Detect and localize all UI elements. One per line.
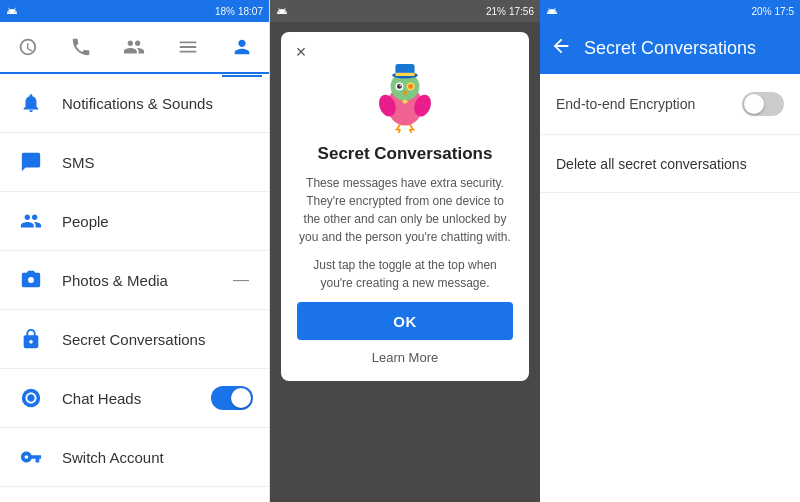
ok-button[interactable]: OK	[297, 302, 513, 340]
secret-item-delete[interactable]: Delete all secret conversations	[540, 135, 800, 193]
nav-people-icon[interactable]	[114, 27, 154, 67]
bell-icon	[16, 88, 46, 118]
key-icon	[16, 442, 46, 472]
back-button[interactable]	[550, 35, 572, 62]
svg-line-13	[397, 124, 400, 130]
sms-icon	[16, 147, 46, 177]
secret-item-e2e[interactable]: End-to-end Encryption	[540, 74, 800, 135]
battery-text-1: 18%	[215, 6, 235, 17]
settings-item-chatheads[interactable]: Chat Heads	[0, 369, 269, 428]
delete-label: Delete all secret conversations	[556, 156, 747, 172]
nav-profile-icon[interactable]	[222, 27, 262, 67]
modal-body2: Just tap the toggle at the top when you'…	[297, 256, 513, 292]
status-left-2	[276, 5, 288, 17]
bird-illustration	[365, 56, 445, 136]
settings-panel: 18% 18:07 Notifications & Sounds	[0, 0, 270, 502]
secret-content: End-to-end Encryption Delete all secret …	[540, 74, 800, 502]
e2e-label: End-to-end Encryption	[556, 96, 742, 112]
chatheads-toggle-switch[interactable]	[211, 386, 253, 410]
android-icon	[6, 5, 18, 17]
svg-point-8	[399, 85, 401, 87]
modal-card: ×	[281, 32, 529, 381]
notifications-label: Notifications & Sounds	[62, 95, 253, 112]
modal-panel: 21% 17:56 ×	[270, 0, 540, 502]
settings-item-switch[interactable]: Switch Account	[0, 428, 269, 487]
nav-recent-icon[interactable]	[7, 27, 47, 67]
status-bar-2: 21% 17:56	[270, 0, 540, 22]
learn-more-link[interactable]: Learn More	[372, 350, 438, 365]
status-icons-left	[6, 5, 18, 17]
svg-rect-5	[395, 73, 414, 76]
status-left-3	[546, 5, 558, 17]
settings-item-secret[interactable]: Secret Conversations	[0, 310, 269, 369]
svg-point-0	[22, 389, 40, 407]
svg-point-10	[408, 84, 413, 89]
secret-panel: 20% 17:5 Secret Conversations End-to-end…	[540, 0, 800, 502]
secret-header-title: Secret Conversations	[584, 38, 756, 59]
svg-point-7	[397, 84, 402, 89]
time-text-3: 17:5	[775, 6, 794, 17]
chatheads-toggle[interactable]	[211, 386, 253, 410]
switch-label: Switch Account	[62, 449, 253, 466]
people-label: People	[62, 213, 253, 230]
sms-label: SMS	[62, 154, 253, 171]
people-icon	[16, 206, 46, 236]
modal-body1: These messages have extra security. They…	[297, 174, 513, 246]
status-bar-3: 20% 17:5	[540, 0, 800, 22]
close-button[interactable]: ×	[289, 40, 313, 64]
settings-item-photos[interactable]: Photos & Media —	[0, 251, 269, 310]
settings-item-notifications[interactable]: Notifications & Sounds	[0, 74, 269, 133]
status-bar-1: 18% 18:07	[0, 0, 269, 22]
chatheads-icon	[16, 383, 46, 413]
lock-icon	[16, 324, 46, 354]
svg-line-16	[410, 124, 413, 130]
nav-menu-icon[interactable]	[168, 27, 208, 67]
modal-backdrop: ×	[270, 22, 540, 502]
settings-item-report[interactable]: Report a problem	[0, 487, 269, 502]
android-icon-2	[276, 5, 288, 17]
modal-title: Secret Conversations	[318, 144, 493, 164]
time-text-1: 18:07	[238, 6, 263, 17]
settings-list: Notifications & Sounds SMS People Photos…	[0, 74, 269, 502]
battery-text-2: 21%	[486, 6, 506, 17]
battery-text-3: 20%	[752, 6, 772, 17]
chatheads-label: Chat Heads	[62, 390, 211, 407]
camera-icon	[16, 265, 46, 295]
photos-label: Photos & Media	[62, 272, 233, 289]
settings-item-people[interactable]: People	[0, 192, 269, 251]
status-right-2: 21% 17:56	[486, 6, 534, 17]
time-text-2: 17:56	[509, 6, 534, 17]
android-icon-3	[546, 5, 558, 17]
photos-indicator: —	[233, 271, 249, 289]
status-icons-right: 18% 18:07	[215, 6, 263, 17]
nav-bar	[0, 22, 269, 74]
settings-item-sms[interactable]: SMS	[0, 133, 269, 192]
secret-label: Secret Conversations	[62, 331, 253, 348]
secret-header: Secret Conversations	[540, 22, 800, 74]
status-right-3: 20% 17:5	[752, 6, 794, 17]
e2e-toggle[interactable]	[742, 92, 784, 116]
nav-calls-icon[interactable]	[61, 27, 101, 67]
